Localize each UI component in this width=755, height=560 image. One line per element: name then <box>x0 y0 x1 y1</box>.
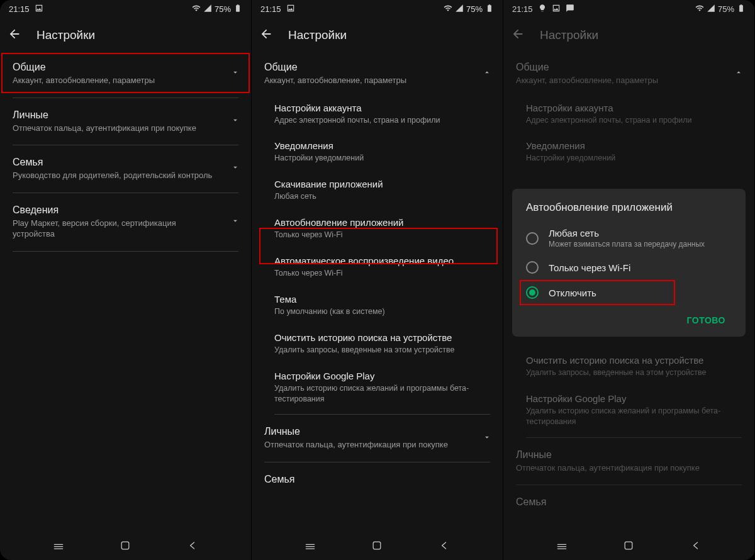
chevron-down-icon <box>231 116 240 127</box>
svg-rect-1 <box>374 542 381 549</box>
status-time: 21:15 <box>512 4 533 14</box>
home-button[interactable] <box>119 539 131 554</box>
page-title: Настройки <box>36 28 95 42</box>
page-title: Настройки <box>540 28 598 42</box>
section-personal[interactable]: Личные Отпечаток пальца, аутентификация … <box>0 101 251 143</box>
nav-bar <box>0 534 251 560</box>
gallery-icon <box>552 4 561 14</box>
item-notifications: Уведомления Настройки уведомлений <box>503 133 754 171</box>
radio-any-network[interactable]: Любая сеть Может взиматься плата за пере… <box>520 221 738 255</box>
back-arrow-icon[interactable] <box>8 27 21 43</box>
chevron-down-icon <box>231 68 240 79</box>
settings-list: Общие Аккаунт, автообновление, параметры… <box>0 53 251 534</box>
recents-button[interactable] <box>52 539 65 554</box>
item-account-settings[interactable]: Настройки аккаунта Адрес электронной поч… <box>252 95 503 133</box>
auto-update-dialog: Автообновление приложений Любая сеть Мож… <box>512 189 746 337</box>
screen-3: 21:15 75% Настройки Общие Аккаунт, автоо… <box>503 0 755 560</box>
home-button[interactable] <box>622 539 635 554</box>
signal-icon <box>455 4 464 14</box>
back-arrow-icon <box>511 27 525 43</box>
chevron-up-icon <box>734 68 743 79</box>
gallery-icon <box>35 4 43 14</box>
recents-button[interactable] <box>556 539 568 554</box>
chevron-down-icon <box>231 216 240 228</box>
battery-icon <box>233 4 242 14</box>
status-time: 21:15 <box>260 4 281 14</box>
app-header: Настройки <box>252 18 503 53</box>
gallery-icon <box>286 4 295 14</box>
svg-rect-2 <box>625 542 633 549</box>
back-button[interactable] <box>438 539 450 554</box>
radio-icon <box>526 261 539 274</box>
status-bar: 21:15 75% <box>0 0 251 18</box>
chat-icon <box>566 4 574 14</box>
status-bar: 21:15 75% <box>503 0 754 18</box>
signal-icon <box>203 4 212 14</box>
item-theme[interactable]: Тема По умолчанию (как в системе) <box>252 286 503 325</box>
item-clear-search[interactable]: Очистить историю поиска на устройстве Уд… <box>252 325 503 363</box>
section-family[interactable]: Семья Руководство для родителей, родител… <box>0 148 251 190</box>
done-button[interactable]: ГОТОВО <box>681 310 732 330</box>
battery-icon <box>737 4 746 14</box>
item-google-play-settings[interactable]: Настройки Google Play Удалить историю сп… <box>252 363 503 412</box>
wifi-icon <box>444 4 452 14</box>
back-button[interactable] <box>690 539 702 554</box>
page-title: Настройки <box>288 28 347 42</box>
status-battery: 75% <box>215 4 231 14</box>
chevron-down-icon <box>231 163 240 174</box>
signal-icon <box>707 4 715 14</box>
lightbulb-icon <box>538 4 547 14</box>
section-general[interactable]: Общие Аккаунт, автообновление, параметры <box>0 53 251 95</box>
item-google-play-settings: Настройки Google Play Удалить историю сп… <box>503 386 754 435</box>
wifi-icon <box>192 4 201 14</box>
status-bar: 21:15 75% <box>252 0 503 18</box>
highlight-box <box>520 280 675 305</box>
home-button[interactable] <box>371 539 383 554</box>
section-family[interactable]: Семья <box>252 465 503 490</box>
status-battery: 75% <box>718 4 734 14</box>
radio-wifi-only[interactable]: Только через Wi-Fi <box>520 255 738 280</box>
section-about[interactable]: Сведения Play Маркет, версия сборки, сер… <box>0 196 251 249</box>
wifi-icon <box>695 4 704 14</box>
chevron-down-icon <box>483 433 491 444</box>
back-button[interactable] <box>186 539 199 554</box>
screen-1: 21:15 75% Настройки Общие Аккаунт, автоо… <box>0 0 252 560</box>
svg-rect-0 <box>122 542 130 549</box>
radio-icon-checked <box>526 286 539 299</box>
app-header: Настройки <box>0 18 251 53</box>
recents-button[interactable] <box>304 539 316 554</box>
nav-bar <box>503 534 754 560</box>
item-clear-search: Очистить историю поиска на устройстве Уд… <box>503 347 754 386</box>
radio-disable[interactable]: Отключить <box>520 280 738 305</box>
battery-icon <box>485 4 494 14</box>
dialog-title: Автообновление приложений <box>520 201 738 221</box>
back-arrow-icon[interactable] <box>259 27 273 43</box>
nav-bar <box>252 534 503 560</box>
screen-2: 21:15 75% Настройки Общие Аккаунт, автоо… <box>252 0 503 560</box>
section-general[interactable]: Общие Аккаунт, автообновление, параметры <box>252 53 503 95</box>
chevron-up-icon <box>483 68 491 79</box>
status-battery: 75% <box>466 4 483 14</box>
section-personal: Личные Отпечаток пальца, аутентификация … <box>503 440 754 483</box>
section-general: Общие Аккаунт, автообновление, параметры <box>503 53 754 95</box>
settings-list: Общие Аккаунт, автообновление, параметры… <box>252 53 503 534</box>
radio-icon <box>526 232 539 245</box>
section-family: Семья <box>503 488 754 512</box>
item-auto-update[interactable]: Автообновление приложений Только через W… <box>252 210 503 248</box>
app-header: Настройки <box>503 18 754 53</box>
section-personal[interactable]: Личные Отпечаток пальца, аутентификация … <box>252 417 503 459</box>
item-account-settings: Настройки аккаунта Адрес электронной поч… <box>503 95 754 133</box>
item-app-download[interactable]: Скачивание приложений Любая сеть <box>252 171 503 210</box>
item-autoplay-video[interactable]: Автоматическое воспроизведение видео Тол… <box>252 248 503 286</box>
item-notifications[interactable]: Уведомления Настройки уведомлений <box>252 133 503 171</box>
status-time: 21:15 <box>9 4 30 14</box>
